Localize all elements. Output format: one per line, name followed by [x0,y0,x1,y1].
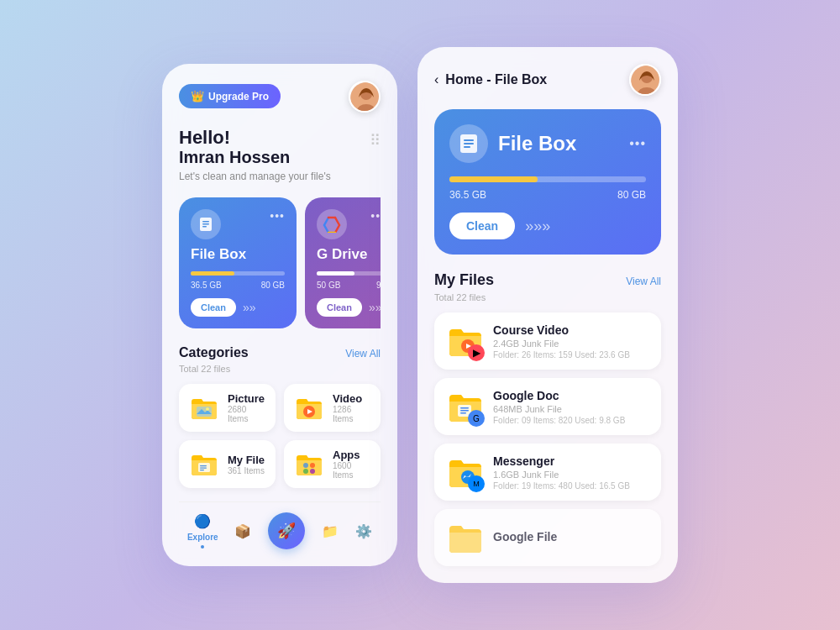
gdrive-storage-bar-bg [317,271,381,276]
hello-text: Hello! [179,128,331,148]
svg-rect-32 [460,412,466,414]
user-name: Imran Hossen [179,148,331,167]
nav-settings[interactable]: ⚙️ [355,523,372,539]
my-files-view-all[interactable]: View All [626,276,661,287]
course-video-info: Course Video 2.4GB Junk File Folder: 26 … [493,323,649,360]
nav-files[interactable]: 📁 [322,523,339,539]
google-doc-info: Google Doc 648MB Junk File Folder: 09 It… [493,389,649,425]
category-video[interactable]: Video 1286 Items [284,384,381,432]
left-screen: 👑 Upgrade Pro Hello! Imran Hossen Let's … [162,64,397,566]
file-box-card: ••• File Box 36.5 GB 80 GB Clean »» [179,197,297,328]
apps-name: Apps [333,449,370,461]
storage-bar-fill [191,271,234,276]
category-video-info: Video 1286 Items [333,392,370,423]
svg-rect-31 [460,410,469,412]
apps-folder-icon [294,449,324,480]
menu-dots[interactable]: ⠿ [370,131,381,150]
myfile-count: 361 Items [228,466,265,475]
categories-title: Categories [179,345,249,360]
big-storage-bar-fill [449,176,538,182]
category-apps[interactable]: Apps 1600 Items [284,440,381,488]
category-myfile-info: My File 361 Items [228,454,265,475]
back-button[interactable]: ‹ [434,72,438,87]
page-title: Home - File Box [445,72,547,87]
fab-button[interactable]: 🚀 [268,512,305,549]
big-arrows-icon: »»» [525,218,550,235]
messenger-folder-icon: M [446,454,483,491]
right-top-bar: ‹ Home - File Box [434,64,661,96]
back-title: ‹ Home - File Box [434,72,547,87]
clean-button[interactable]: Clean [191,298,236,317]
course-video-junk: 2.4GB Junk File [493,339,649,349]
svg-rect-14 [200,467,207,468]
right-avatar[interactable] [629,64,661,96]
file-item-google-doc[interactable]: G Google Doc 648MB Junk File Folder: 09 … [434,378,661,435]
svg-point-19 [310,469,315,474]
big-storage-bar-bg [449,176,646,182]
gdrive-arrows-icon: »» [369,301,381,314]
categories-grid: Picture 2680 Items Video 1286 Items [179,384,381,488]
category-picture-info: Picture 2680 Items [228,392,265,423]
course-video-name: Course Video [493,323,649,337]
my-files-header: My Files View All [434,271,661,289]
course-video-details: Folder: 26 Items: 159 Used: 23.6 GB [493,350,649,360]
subtitle: Let's clean and manage your file's [179,171,331,182]
messenger-info: Messenger 1.6GB Junk File Folder: 19 Ite… [493,454,649,491]
big-card-dots[interactable]: ••• [629,136,646,151]
category-picture[interactable]: Picture 2680 Items [179,384,276,432]
google-doc-junk: 648MB Junk File [493,404,649,414]
video-name: Video [333,392,370,405]
course-video-folder-icon: ▶ [446,323,483,360]
google-file-folder-icon [446,519,483,556]
categories-view-all[interactable]: View All [345,348,381,360]
category-myfile[interactable]: My File 361 Items [179,440,276,488]
svg-point-18 [303,469,308,474]
picture-folder-icon [189,393,219,423]
big-card-title: File Box [498,132,619,155]
nav-box[interactable]: 📦 [234,523,251,539]
video-count: 1286 Items [333,405,370,423]
file-item-google-file[interactable]: Google File [434,509,661,566]
explore-icon: 🔵 [194,513,211,529]
rocket-icon: 🚀 [277,522,296,540]
big-clean-button[interactable]: Clean [449,213,515,239]
svg-rect-30 [460,407,469,409]
google-doc-name: Google Doc [493,389,649,402]
settings-icon: ⚙️ [355,523,372,539]
apps-count: 1600 Items [333,461,370,480]
card-dots[interactable]: ••• [270,209,285,223]
top-bar: 👑 Upgrade Pro [179,81,381,113]
box-icon: 📦 [234,523,251,539]
gdrive-clean-button[interactable]: Clean [317,298,362,317]
messenger-junk: 1.6GB Junk File [493,470,649,480]
upgrade-pro-button[interactable]: 👑 Upgrade Pro [179,84,281,108]
messenger-details: Folder: 19 Items: 480 Used: 16.5 GB [493,481,649,491]
my-files-total: Total 22 files [434,292,661,302]
messenger-name: Messenger [493,454,649,468]
right-screen: ‹ Home - File Box [417,47,678,583]
google-doc-details: Folder: 09 Items: 820 Used: 9.8 GB [493,416,649,425]
big-card-bottom: Clean »»» [449,213,646,239]
arrows-icon: »» [243,301,256,314]
my-files-section: My Files View All Total 22 files ▶ [434,271,661,566]
svg-rect-24 [464,139,474,141]
gdrive-card-bottom: Clean »» [317,298,381,317]
google-doc-folder-icon: G [446,388,483,425]
file-item-course-video[interactable]: ▶ Course Video 2.4GB Junk File Folder: 2… [434,312,661,370]
nav-explore-label: Explore [187,533,218,542]
file-list: ▶ Course Video 2.4GB Junk File Folder: 2… [434,312,661,566]
avatar[interactable] [349,81,381,113]
my-files-title: My Files [434,271,494,289]
svg-point-9 [206,407,209,411]
picture-name: Picture [228,392,265,405]
course-video-badge: ▶ [468,344,485,361]
bottom-nav: 🔵 Explore 📦 🚀 📁 ⚙️ [179,501,381,549]
file-item-messenger[interactable]: M Messenger 1.6GB Junk File Folder: 19 I… [434,444,661,501]
crown-icon: 👑 [191,90,204,102]
video-folder-icon [294,393,324,423]
categories-total: Total 22 files [179,364,381,374]
files-icon: 📁 [322,523,339,539]
gdrive-title: G Drive [317,246,381,263]
gdrive-card-dots[interactable]: ••• [370,209,381,223]
nav-explore[interactable]: 🔵 Explore [187,513,218,549]
